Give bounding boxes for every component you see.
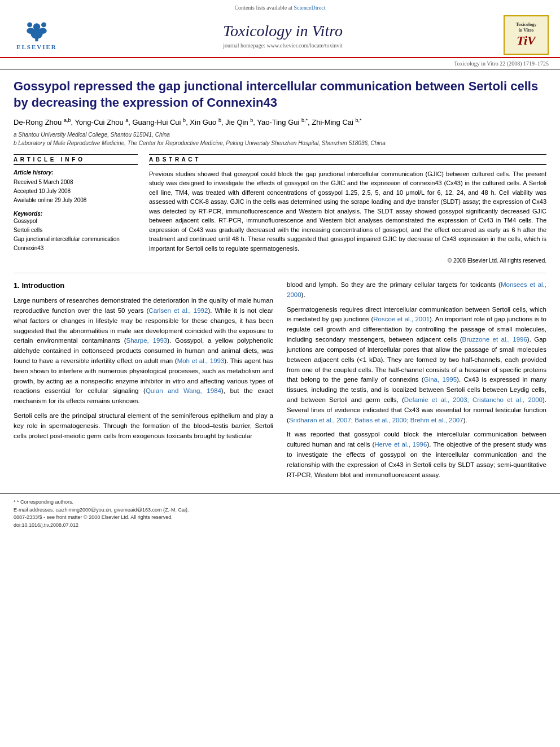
email-1: caizhiming2000@you.cn, [56, 507, 113, 513]
journal-header: Contents lists available at ScienceDirec… [0, 0, 560, 58]
email-suffix: (Z.-M. Cai). [163, 507, 189, 513]
ref-carlsen[interactable]: Carlsen et al., 1992 [148, 307, 208, 314]
svg-point-2 [27, 28, 34, 34]
abstract-column: A B S T R A C T Previous studies showed … [149, 154, 546, 264]
email-label: E-mail addresses: [14, 507, 54, 513]
svg-point-5 [27, 22, 32, 27]
sciencedirect-link[interactable]: ScienceDirect [294, 5, 325, 11]
header-top: Contents lists available at ScienceDirec… [11, 5, 549, 11]
svg-point-6 [41, 22, 46, 27]
intro-col2-p1: blood and lymph. So they are the primary… [287, 280, 546, 300]
ref-quian[interactable]: Quian and Wang, 1984 [146, 387, 221, 394]
contents-text: Contents lists available at [234, 5, 292, 11]
intro-title: 1. Introduction [14, 280, 273, 291]
journal-title-block: Toxicology in Vitro journal homepage: ww… [62, 22, 504, 49]
email-2: givemeaid@163.com [114, 507, 162, 513]
keyword-3: Gap junctional intercellular communicati… [14, 235, 138, 244]
journal-logo-title: Toxicologyin Vitro [516, 22, 537, 33]
svg-point-4 [33, 23, 40, 30]
keywords-label: Keywords: [14, 211, 138, 217]
footer: * * Corresponding authors. E-mail addres… [0, 493, 560, 534]
ref-sharpe[interactable]: Sharpe, 1993 [126, 337, 168, 344]
corresponding-authors-text: * Corresponding authors. [17, 499, 73, 505]
introduction-section: 1. Introduction Large numbers of researc… [14, 280, 546, 484]
article-info-label: A R T I C L E I N F O [14, 156, 83, 163]
star-symbol: * [14, 499, 16, 505]
journal-logo-abbr: TiV [517, 33, 535, 48]
keyword-2: Sertoli cells [14, 226, 138, 235]
article-info-column: A R T I C L E I N F O Article history: R… [14, 154, 138, 264]
homepage-text: journal homepage: www.elsevier.com/locat… [223, 42, 343, 49]
intro-col-left: 1. Introduction Large numbers of researc… [14, 280, 273, 484]
accepted-date: Accepted 10 July 2008 [14, 187, 138, 196]
citation-text: Toxicology in Vitro 22 (2008) 1719–1725 [454, 60, 549, 67]
available-date: Available online 29 July 2008 [14, 196, 138, 205]
elsevier-logo: ELSEVIER [11, 18, 62, 52]
footer-issn: 0887-2333/$ - see front matter © 2008 El… [14, 514, 546, 522]
ref-sridharan[interactable]: Sridharan et al., 2007; Batias et al., 2… [289, 417, 463, 423]
footer-star-note: * * Corresponding authors. [14, 499, 546, 506]
abstract-header: A B S T R A C T [149, 154, 546, 165]
affiliation-b: b Laboratory of Male Reproductive Medici… [14, 139, 546, 147]
elsevier-wordmark: ELSEVIER [16, 43, 57, 50]
article-info-header: A R T I C L E I N F O [14, 154, 138, 165]
history-label: Article history: [14, 169, 138, 176]
keywords-section: Keywords: Gossypol Sertoli cells Gap jun… [14, 211, 138, 253]
copyright-line: © 2008 Elsevier Ltd. All rights reserved… [149, 257, 546, 264]
journal-title: Toxicology in Vitro [62, 22, 504, 40]
keywords-list: Gossypol Sertoli cells Gap junctional in… [14, 217, 138, 253]
ref-moh[interactable]: Moh et al., 1993 [177, 357, 225, 364]
affiliation-a: a Shantou University Medical College, Sh… [14, 130, 546, 139]
ref-monsees[interactable]: Monsees et al., 2000 [287, 281, 546, 298]
header-main: ELSEVIER Toxicology in Vitro journal hom… [11, 13, 549, 57]
abstract-text: Previous studies showed that gossypol co… [149, 169, 546, 254]
svg-point-3 [39, 28, 47, 34]
article-dates: Received 5 March 2008 Accepted 10 July 2… [14, 178, 138, 205]
journal-homepage: journal homepage: www.elsevier.com/locat… [62, 42, 504, 49]
ref-defamie[interactable]: Defamie et al., 2003; Cristancho et al.,… [404, 396, 542, 403]
citation-line: Toxicology in Vitro 22 (2008) 1719–1725 [0, 58, 560, 69]
keyword-4: Connexin43 [14, 244, 138, 253]
intro-col2-p3: It was reported that gossypol could bloc… [287, 430, 546, 480]
intro-col-right: blood and lymph. So they are the primary… [287, 280, 546, 484]
ref-bruzzone[interactable]: Bruzzone et al., 1996 [462, 336, 527, 343]
intro-p2: Sertoli cells are the principal structur… [14, 411, 273, 441]
page: Contents lists available at ScienceDirec… [0, 0, 560, 534]
ref-herve[interactable]: Herve et al., 1996 [374, 441, 427, 448]
elsevier-tree-icon [20, 20, 54, 42]
abstract-label: A B S T R A C T [149, 156, 199, 163]
article-title: Gossypol repressed the gap junctional in… [14, 78, 546, 111]
received-date: Received 5 March 2008 [14, 178, 138, 187]
footer-doi: doi:10.1016/j.tiv.2008.07.012 [14, 522, 546, 530]
keyword-1: Gossypol [14, 217, 138, 226]
intro-p1: Large numbers of researches demonstrated… [14, 296, 273, 407]
affiliations: a Shantou University Medical College, Sh… [14, 130, 546, 147]
authors-line: De-Rong Zhou a,b, Yong-Cui Zhou a, Guang… [14, 117, 546, 126]
section-divider [14, 273, 546, 273]
ref-gina[interactable]: Gina, 1995 [424, 376, 457, 383]
info-abstract-row: A R T I C L E I N F O Article history: R… [14, 154, 546, 264]
journal-logo: Toxicologyin Vitro TiV [504, 15, 549, 55]
ref-roscoe[interactable]: Roscoe et al., 2001 [373, 316, 430, 322]
intro-col2-p2: Spermatogenesis requires direct intercel… [287, 305, 546, 426]
footer-emails: E-mail addresses: caizhiming2000@you.cn,… [14, 506, 546, 514]
main-content: Gossypol repressed the gap junctional in… [0, 69, 560, 493]
